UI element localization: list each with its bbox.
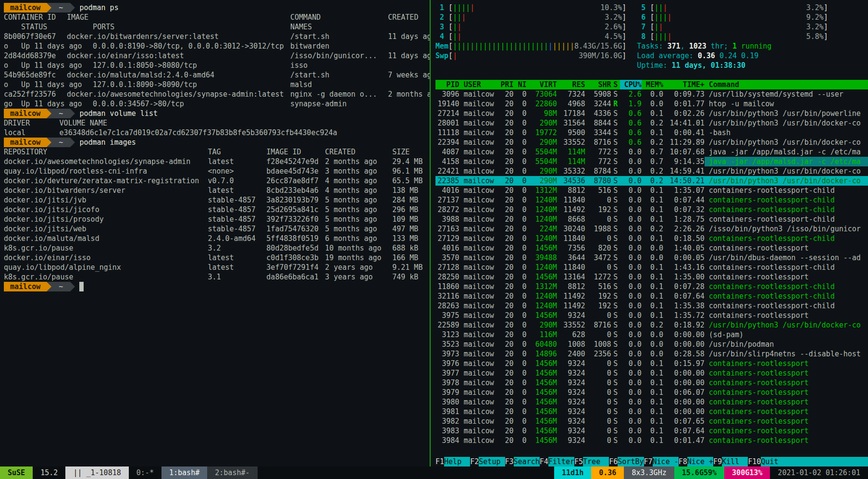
- process-row[interactable]: 22589mailcow200290M335528716S0.00.20:18.…: [435, 320, 868, 330]
- column-header-time[interactable]: TIME+: [663, 80, 705, 89]
- fkey-f3[interactable]: F3Search: [505, 457, 540, 466]
- process-row[interactable]: 32116mailcow2001240M11492192S0.00.10:07.…: [435, 291, 868, 301]
- process-row[interactable]: 28272mailcow2001240M11492192S0.00.10:07.…: [435, 205, 868, 214]
- process-row[interactable]: 3976mailcow2001456M93240S0.00.10:15.97co…: [435, 359, 868, 368]
- process-row[interactable]: 3123mailcow200116M6280S0.00.00:00.00(sd-…: [435, 330, 868, 340]
- column-header-virt[interactable]: VIRT: [527, 80, 557, 89]
- cell-time: 0:00.00: [663, 340, 705, 349]
- cell-user: mailcow: [459, 214, 496, 224]
- fkey-f9[interactable]: F9Kill: [713, 457, 748, 466]
- column-header-mem[interactable]: MEM%: [642, 80, 663, 89]
- cell-cpu: 0.0: [620, 388, 642, 397]
- column-header-shr[interactable]: SHR: [585, 80, 611, 89]
- cell-cpu: 1.9: [620, 99, 642, 109]
- fkey-f7[interactable]: F7Nice -: [644, 457, 679, 466]
- process-row[interactable]: 3980mailcow2001456M93240S0.00.10:00.00co…: [435, 397, 868, 407]
- cell-pid: 27214: [435, 109, 459, 118]
- column-header-s[interactable]: S: [611, 80, 620, 89]
- process-row[interactable]: 11118mailcow2001977295003344S0.60.10:00.…: [435, 128, 868, 138]
- process-row[interactable]: 11860mailcow2001312M8812516S0.00.10:07.2…: [435, 282, 868, 291]
- cell-shr: 192: [585, 205, 611, 214]
- process-row[interactable]: 4016mailcow2001456M7356820S0.00.01:40.05…: [435, 243, 868, 253]
- column-header-pri[interactable]: PRI: [496, 80, 513, 89]
- process-row[interactable]: 27163mailcow200224M302401988S0.00.22:26.…: [435, 224, 868, 234]
- function-bar-filler: [787, 457, 868, 466]
- shell-pane[interactable]: mailcow ~ podman psCONTAINER IDIMAGECOMM…: [0, 0, 430, 466]
- column-header-res[interactable]: RES: [557, 80, 585, 89]
- image-cell: 80d28bedfe5d: [266, 243, 325, 253]
- process-row[interactable]: 4016mailcow2001312M8812516S0.00.11:35.07…: [435, 186, 868, 195]
- cell-state: S: [611, 214, 620, 224]
- column-header-pid[interactable]: PID: [435, 80, 459, 89]
- prompt-user-badge: mailcow: [4, 3, 47, 13]
- process-row[interactable]: 27129mailcow2001240M118400S0.00.10:18.50…: [435, 234, 868, 243]
- image-cell: c0d1f308ce3b: [266, 253, 325, 263]
- cell-command: /usr/bin/python3 /usr/bin/docker-co: [705, 138, 868, 147]
- process-row[interactable]: 4158mailcow2005504M114M772S0.00.79:14.35…: [435, 157, 868, 166]
- process-row[interactable]: 27214mailcow20098M171844336S0.60.10:02.2…: [435, 109, 868, 118]
- mem-badge: 15.6G59%: [674, 466, 724, 479]
- process-row[interactable]: 27128mailcow2001240M118400S0.00.11:43.16…: [435, 263, 868, 272]
- window-2[interactable]: 2:bash#-: [207, 466, 257, 479]
- meter-bracket-close-icon: ]: [824, 13, 828, 22]
- process-row[interactable]: 4087mailcow2005504M114M772S0.00.710:07.6…: [435, 147, 868, 157]
- process-row[interactable]: 3983mailcow2001456M93240S0.00.10:07.64co…: [435, 426, 868, 436]
- process-row[interactable]: 22394mailcow200290M335528716S0.60.211:29…: [435, 138, 868, 147]
- process-row[interactable]: 3523mailcow2006048010081008S0.00.00:00.0…: [435, 340, 868, 349]
- process-row[interactable]: 3978mailcow2001456M93240S0.00.10:00.00co…: [435, 378, 868, 388]
- cell-command: java -jar /app/malsd.jar -c /etc/ma: [705, 157, 868, 166]
- process-row[interactable]: 3096mailcow2007306473245908S2.60.00:09.7…: [435, 89, 868, 99]
- process-row[interactable]: 19140mailcow2002286049683244R1.90.00:01.…: [435, 99, 868, 109]
- fkey-f8[interactable]: F8Nice +: [679, 457, 713, 466]
- fkey-f4[interactable]: F4Filter: [540, 457, 574, 466]
- fkey-f5[interactable]: F5Tree: [574, 457, 609, 466]
- cell-driver: local: [4, 128, 60, 138]
- process-row[interactable]: 27137mailcow2001240M118400S0.00.10:07.44…: [435, 195, 868, 205]
- column-header-command[interactable]: Command: [705, 80, 868, 89]
- meter-bar: ||||||||||||||||||||||||||||8.43G/15.6G: [453, 41, 622, 51]
- cell-shr: 2356: [585, 349, 611, 359]
- meter-bar-segment: |: [654, 22, 658, 32]
- cpu-meter-7: 7 [||3.2%]: [637, 22, 828, 32]
- process-row[interactable]: 3977mailcow2001456M93240S0.00.10:00.00co…: [435, 368, 868, 378]
- meter-value: 3.2%: [806, 3, 824, 13]
- cell-volume-name: e36348d6c1e7c1ca7d019c02a7cd62307f37b83b…: [60, 128, 337, 137]
- htop-pane[interactable]: 1 [|||||10.3%] 2 [|||3.2%] 3 [||2.6%] 4 …: [431, 0, 868, 466]
- fkey-f2[interactable]: F2Setup: [470, 457, 505, 466]
- window-1-active[interactable]: 1:bash#: [161, 466, 207, 479]
- cell-pid: 28263: [435, 301, 459, 311]
- powerline-arrow-icon: [70, 282, 75, 291]
- image-cell: stable-4857: [208, 214, 266, 224]
- cell-pid: 11118: [435, 128, 459, 138]
- process-row[interactable]: 3981mailcow2001456M93240S0.00.10:00.00co…: [435, 407, 868, 416]
- cell-virt: 1456M: [527, 368, 557, 378]
- cell-command: /isso/bin/gunicor...: [290, 51, 388, 61]
- process-row[interactable]: 22421mailcow200290M353328784S0.00.214:59…: [435, 166, 868, 176]
- column-header-cpu[interactable]: CPU%: [620, 80, 642, 89]
- column-header-user[interactable]: USER: [459, 80, 496, 89]
- image-cell: 3 months ago: [325, 166, 392, 176]
- process-row[interactable]: 3982mailcow2001456M93240S0.00.10:07.65co…: [435, 416, 868, 426]
- process-row[interactable]: 28263mailcow2001240M11492192S0.00.11:35.…: [435, 301, 868, 311]
- cell-shr: 0: [585, 359, 611, 368]
- process-row[interactable]: 3984mailcow2001456M93240S0.00.10:01.47co…: [435, 436, 868, 445]
- process-row[interactable]: 3979mailcow2001456M93240S0.00.10:06.07co…: [435, 388, 868, 397]
- cell-command: containers-rootlessport-child: [705, 282, 868, 291]
- column-header-ni[interactable]: NI: [514, 80, 527, 89]
- process-row[interactable]: 3988mailcow2001240M86680S0.00.11:28.75co…: [435, 214, 868, 224]
- process-row[interactable]: 28001mailcow200290M315648844S0.60.214:41…: [435, 118, 868, 128]
- cell-container-id: ca252ff23576: [4, 89, 67, 99]
- cell-time: 0:07.44: [663, 195, 705, 205]
- fkey-f1[interactable]: F1Help: [435, 457, 470, 466]
- process-row[interactable]: 3973mailcow2001489624002356S0.00.00:28.5…: [435, 349, 868, 359]
- process-row[interactable]: 28250mailcow2001456M131641272S0.00.11:35…: [435, 272, 868, 282]
- process-row[interactable]: 22385mailcow200290M345368780S0.00.214:50…: [435, 176, 868, 186]
- fkey-f6[interactable]: F6SortBy: [609, 457, 644, 466]
- window-0[interactable]: 0:-*: [129, 466, 161, 479]
- cell-mem: 0.2: [642, 176, 663, 186]
- cell-virt: 1456M: [527, 359, 557, 368]
- fkey-f10[interactable]: F10Quit: [748, 457, 787, 466]
- image-cell: 4 months ago: [325, 176, 392, 186]
- process-row[interactable]: 3570mailcow2003948836443472S0.00.00:00.0…: [435, 253, 868, 263]
- process-row[interactable]: 3975mailcow2001456M93240S0.00.11:35.72co…: [435, 311, 868, 320]
